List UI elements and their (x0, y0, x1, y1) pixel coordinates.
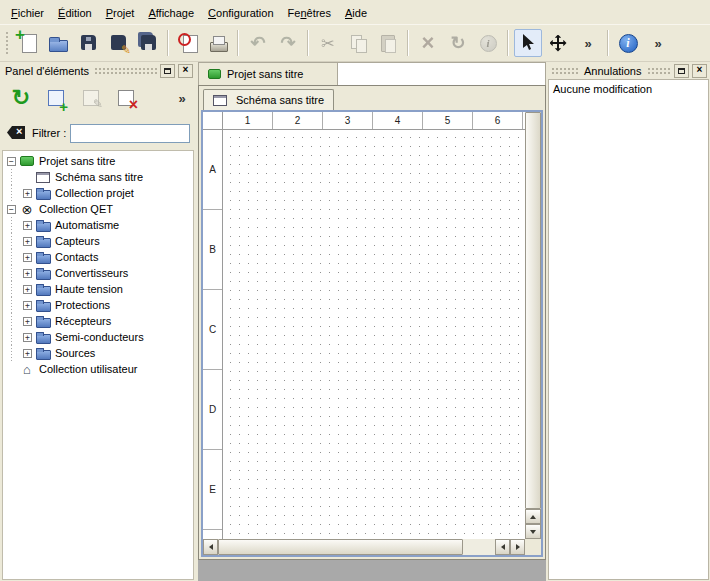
tree-item-convertisseurs[interactable]: +Convertisseurs (3, 265, 193, 281)
rotate-button[interactable] (444, 29, 472, 57)
copy-button[interactable] (344, 29, 372, 57)
tree-item-automatisme[interactable]: +Automatisme (3, 217, 193, 233)
clear-filter-icon[interactable] (6, 122, 28, 144)
expand-toggle[interactable]: + (23, 317, 32, 326)
project-tab-label: Projet sans titre (227, 68, 303, 80)
open-project-button[interactable] (44, 29, 72, 57)
float-undo-panel-button[interactable] (674, 64, 689, 78)
toolbar-overflow-button[interactable] (574, 29, 602, 57)
new-project-button[interactable] (14, 29, 42, 57)
tree-item-schema-sans-titre[interactable]: Schéma sans titre (3, 169, 193, 185)
edit-element-button[interactable] (76, 83, 106, 113)
pan-mode-button[interactable] (544, 29, 572, 57)
scroll-up-button[interactable] (525, 509, 541, 524)
vertical-scrollbar[interactable] (525, 112, 541, 539)
collapse-toggle[interactable]: − (7, 205, 16, 214)
save-all-button[interactable] (134, 29, 162, 57)
project-tab[interactable]: Projet sans titre (199, 63, 338, 85)
expand-toggle[interactable]: + (23, 301, 32, 310)
filter-row: Filtrer : (0, 122, 196, 144)
schema-grid[interactable] (223, 130, 525, 539)
tree-item-capteurs[interactable]: +Capteurs (3, 233, 193, 249)
expand-toggle[interactable]: + (23, 333, 32, 342)
expand-toggle[interactable]: + (23, 237, 32, 246)
tree-guide (7, 185, 23, 201)
paste-button[interactable] (374, 29, 402, 57)
toolbar-handle[interactable] (4, 30, 9, 56)
tree-item-label: Capteurs (54, 235, 100, 247)
select-mode-button[interactable] (514, 29, 542, 57)
save-button[interactable] (74, 29, 102, 57)
column-header-6: 6 (473, 112, 523, 129)
paste-icon (377, 32, 399, 54)
about-button[interactable] (614, 29, 642, 57)
tree-item-haute-tension[interactable]: +Haute tension (3, 281, 193, 297)
scroll-left-button[interactable] (203, 539, 218, 555)
undo-icon (247, 32, 269, 54)
close-elements-panel-button[interactable]: × (178, 64, 193, 78)
delete-element-button[interactable] (111, 83, 141, 113)
schema-tab[interactable]: Schéma sans titre (203, 89, 334, 110)
hscroll-track[interactable] (463, 539, 495, 555)
print-button[interactable] (204, 29, 232, 57)
elements-panel-toolbar (0, 81, 196, 115)
close-file-button[interactable] (174, 29, 202, 57)
undo-panel-grip[interactable] (551, 66, 579, 75)
help-overflow-button[interactable] (644, 29, 672, 57)
tree-item-recepteurs[interactable]: +Récepteurs (3, 313, 193, 329)
cut-button[interactable] (314, 29, 342, 57)
horizontal-scrollbar[interactable] (203, 539, 525, 555)
tree-item-protections[interactable]: +Protections (3, 297, 193, 313)
menu-aide[interactable]: Aide (338, 2, 374, 23)
expand-toggle[interactable]: + (23, 189, 32, 198)
menu-edition[interactable]: Édition (51, 2, 99, 23)
menu-affichage[interactable]: Affichage (141, 2, 201, 23)
menu-projet[interactable]: Projet (99, 2, 142, 23)
properties-button[interactable] (474, 29, 502, 57)
tree-item-contacts[interactable]: +Contacts (3, 249, 193, 265)
menu-fichier[interactable]: Fichier (4, 2, 51, 23)
toolbar-overflow-icon (577, 32, 599, 54)
vscroll-thumb[interactable] (525, 112, 541, 509)
expand-toggle[interactable]: + (23, 221, 32, 230)
menubar: FichierÉditionProjetAffichageConfigurati… (0, 0, 710, 24)
undo-panel-grip-2[interactable] (647, 66, 672, 75)
collapse-toggle[interactable]: − (7, 157, 16, 166)
folder-icon (36, 315, 50, 327)
tree-item-collection-projet[interactable]: +Collection projet (3, 185, 193, 201)
filter-input[interactable] (70, 124, 190, 143)
column-headers: 123456 (223, 112, 525, 130)
home-icon (20, 363, 34, 375)
hscroll-thumb[interactable] (218, 539, 463, 555)
menu-configuration[interactable]: Configuration (201, 2, 280, 23)
expand-toggle[interactable]: + (23, 349, 32, 358)
reload-collections-button[interactable] (6, 83, 36, 113)
elements-panel-title: Panel d'éléments (3, 65, 91, 77)
undo-item-0[interactable]: Aucune modification (551, 82, 706, 98)
panel-overflow-button[interactable] (174, 83, 190, 113)
new-element-button[interactable] (41, 83, 71, 113)
undo-button[interactable] (244, 29, 272, 57)
expand-toggle[interactable]: + (23, 285, 32, 294)
tree-item-semi-conducteurs[interactable]: +Semi-conducteurs (3, 329, 193, 345)
float-icon (164, 68, 171, 74)
schema-icon (213, 95, 227, 106)
expand-toggle[interactable]: + (23, 269, 32, 278)
elements-panel-grip[interactable] (94, 66, 157, 75)
tree-item-label: Collection projet (54, 187, 134, 199)
float-elements-panel-button[interactable] (160, 64, 175, 78)
menu-fenetres[interactable]: Fenêtres (281, 2, 338, 23)
save-as-button[interactable] (104, 29, 132, 57)
delete-button[interactable] (414, 29, 442, 57)
scroll-right-button[interactable] (510, 539, 525, 555)
scroll-left-button-2[interactable] (495, 539, 510, 555)
tree-item-sources[interactable]: +Sources (3, 345, 193, 361)
tree-item-projet-sans-titre[interactable]: −Projet sans titre (3, 153, 193, 169)
tree-item-label: Semi-conducteurs (54, 331, 144, 343)
expand-toggle[interactable]: + (23, 253, 32, 262)
close-undo-panel-button[interactable]: × (692, 64, 707, 78)
tree-item-collection-utilisateur[interactable]: Collection utilisateur (3, 361, 193, 377)
tree-item-collection-qet[interactable]: −Collection QET (3, 201, 193, 217)
scroll-down-button[interactable] (525, 524, 541, 539)
redo-button[interactable] (274, 29, 302, 57)
